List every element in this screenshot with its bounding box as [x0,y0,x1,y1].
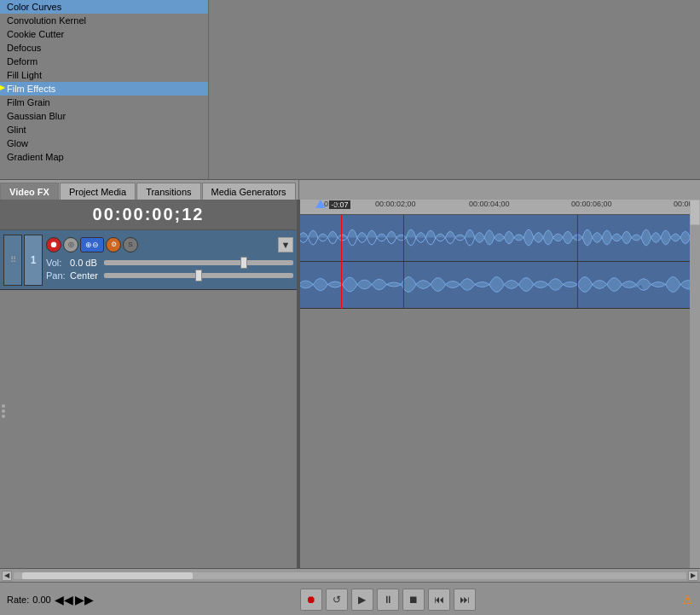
track-row: ⠿ 1 ⏺ ◎ ⊕⊖ ⚙ [0,230,297,290]
ruler-tick-3: 00:00:06;00 [571,200,612,208]
track-controls-inner: ⏺ ◎ ⊕⊖ ⚙ S ▼ [46,237,293,283]
mute-icon: ◎ [68,241,74,248]
record-arm-button[interactable]: ⏺ [46,237,61,252]
ruler-tick-2: 00:00:04;00 [469,200,510,208]
vol-row: Vol: 0.0 dB [46,258,293,268]
rate-display: Rate: 0.00 ◀◀ ▶▶ [7,593,94,606]
track-number: ⠿ [10,255,16,264]
rate-value: 0.00 [32,595,50,605]
waveform-svg-2 [298,262,700,308]
timecode-value: 00:00:00;12 [93,205,205,224]
pause-button[interactable]: ⏸ [377,589,399,611]
pan-slider[interactable] [104,273,293,278]
record-icon: ⏺ [306,594,316,606]
track-number-box: ⠿ [3,235,22,286]
list-item-film-effects[interactable]: Film Effects [0,82,208,96]
ruler-tick-1: 00:00:02;00 [375,200,416,208]
solo-button[interactable]: S [123,237,138,252]
timeline-area: -0:07 0:00 00:00:02;00 00:00:04;00 00:00… [298,200,700,568]
pan-row: Pan: Center [46,270,293,281]
list-item[interactable]: Convolution Kernel [0,14,208,27]
waveform-svg-1: // Inline waveform drawing - approximate… [298,215,700,261]
playhead-arrow [315,200,326,212]
record-icon: ⏺ [49,240,58,249]
track-controls: 00:00:00;12 ⠿ 1 ⏺ ◎ ⊕⊖ [0,200,298,568]
vol-value: 0.0 dB [70,258,104,268]
scroll-right-button[interactable]: ▶ [688,571,698,581]
track-label: 1 [31,254,37,266]
effects-list: Color Curves Convolution Kernel Cookie C… [0,0,208,171]
scroll-track[interactable] [14,572,686,579]
skip-start-icon: ⏮ [434,594,444,606]
audio-track-2[interactable] [298,262,700,309]
timeline-tracks: // Inline waveform drawing - approximate… [298,215,700,309]
rate-increase-button[interactable]: ▶▶ [75,593,94,606]
mute-button[interactable]: ◎ [63,237,78,252]
audio-track-1[interactable]: // Inline waveform drawing - approximate… [298,215,700,262]
fx-button[interactable]: ⊕⊖ [80,237,104,252]
vol-slider[interactable] [104,260,293,265]
tabs-bar: Video FX Project Media Transitions Media… [0,179,298,200]
fx-icon: ⊕⊖ [85,241,99,249]
loop-icon: ↺ [333,594,341,606]
scroll-thumb[interactable] [22,572,193,579]
playback-controls: ◀ ▶ Rate: 0.00 ◀◀ ▶▶ ⏺ ↺ ▶ ⏸ [0,568,700,615]
timecode-display: 00:00:00;12 [0,200,297,230]
track-label-box: 1 [24,235,43,286]
rate-arrows: ◀◀ ▶▶ [55,593,94,606]
list-item[interactable]: Glow [0,136,208,150]
play-icon: ▶ [358,594,366,606]
ruler-tick-0: 0:00 [324,200,339,208]
fx-send-control: ⊕⊖ [80,237,104,252]
tab-project-media[interactable]: Project Media [60,183,136,200]
transport-row: Rate: 0.00 ◀◀ ▶▶ ⏺ ↺ ▶ ⏸ ⏹ ⏮ [0,583,700,615]
list-item[interactable]: Cookie Cutter [0,27,208,41]
loop-button[interactable]: ↺ [326,589,348,611]
scroll-left-button[interactable]: ◀ [2,571,12,581]
warning-icon: ⚠ [682,593,693,606]
stop-button[interactable]: ⏹ [402,589,425,611]
list-item[interactable]: Glint [0,123,208,136]
timeline-scrollbar-v[interactable] [690,200,700,568]
skip-end-icon: ⏭ [460,594,470,606]
tab-media-generators[interactable]: Media Generators [202,183,296,200]
effects-panel: Color Curves Convolution Kernel Cookie C… [0,0,209,179]
scrollbar-v-thumb[interactable] [690,200,700,225]
list-item[interactable]: Color Curves [0,0,208,14]
transport-buttons: ⏺ ↺ ▶ ⏸ ⏹ ⏮ ⏭ [300,589,476,611]
pan-label: Pan: [46,270,70,281]
solo-icon: S [128,241,132,248]
skip-end-button[interactable]: ⏭ [454,589,476,611]
rate-decrease-button[interactable]: ◀◀ [55,593,73,606]
playhead-line [341,215,342,309]
list-item[interactable]: Fill Light [0,68,208,82]
list-item[interactable]: Gradient Map [0,150,208,164]
menu-icon: ▼ [281,240,291,250]
automation-button[interactable]: ⚙ [106,237,121,252]
list-item[interactable]: Film Grain [0,96,208,109]
scrollbar-row: ◀ ▶ [0,569,700,583]
play-button[interactable]: ▶ [351,589,373,611]
warning-area: ⚠ [682,593,693,606]
svg-marker-0 [315,200,326,208]
tab-video-fx[interactable]: Video FX [0,183,59,200]
track-buttons-row: ⏺ ◎ ⊕⊖ ⚙ S ▼ [46,237,293,252]
list-item[interactable]: Defocus [0,41,208,55]
vol-label: Vol: [46,258,70,268]
list-item[interactable]: Deform [0,55,208,68]
resize-handle[interactable] [297,200,300,568]
pan-value: Center [70,270,104,281]
track-menu-button[interactable]: ▼ [278,237,293,252]
record-button[interactable]: ⏺ [300,589,322,611]
rate-label: Rate: [7,595,29,605]
drag-handle [2,404,5,418]
list-item[interactable]: Gaussian Blur [0,109,208,123]
tab-transitions[interactable]: Transitions [136,183,200,200]
pause-icon: ⏸ [383,594,393,606]
timeline-ruler: -0:07 0:00 00:00:02;00 00:00:04;00 00:00… [298,200,700,215]
automation-icon: ⚙ [111,241,117,248]
stop-icon: ⏹ [408,594,419,606]
skip-start-button[interactable]: ⏮ [428,589,450,611]
timeline-header [298,179,700,200]
